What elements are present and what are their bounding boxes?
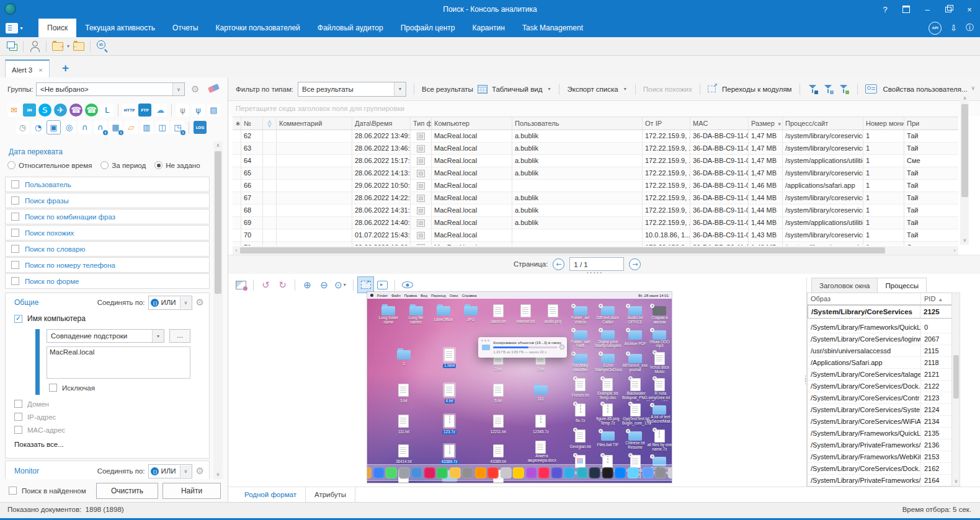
filter-section-collapsed[interactable]: Пользователь <box>5 177 210 192</box>
col-header-mac[interactable]: MAC <box>690 117 749 130</box>
table-row[interactable]: 68 28.06.2022 14:31:12 MacReal.local a.b… <box>233 205 958 217</box>
checkbox[interactable] <box>14 413 22 421</box>
filter-section-collapsed[interactable]: Поиск фразы <box>5 193 210 208</box>
chevron-down-icon[interactable]: ∨ <box>180 297 192 309</box>
date-radio-option[interactable]: Не задано <box>154 161 200 169</box>
help-button[interactable]: ? <box>875 0 896 19</box>
exclude-checkbox[interactable] <box>49 384 57 392</box>
checkbox[interactable] <box>14 400 22 408</box>
scrollbar-thumb[interactable] <box>961 104 968 197</box>
table-row[interactable]: 66 29.06.2022 10:50:49 MacReal.local 172… <box>233 180 958 192</box>
ftp-icon[interactable]: FTP <box>138 104 151 117</box>
section-settings-gear-icon[interactable]: ⚙ <box>196 297 204 308</box>
document-tab[interactable]: Alert 3 × <box>5 59 50 79</box>
zoom-out-button[interactable]: ⊖ <box>316 277 332 293</box>
filter-section-collapsed[interactable]: Поиск по комбинации фраз <box>5 209 210 224</box>
col-header-datetime[interactable]: Дата\Время <box>352 117 411 130</box>
filter-field-row[interactable]: Домен <box>14 400 65 408</box>
user-properties-button[interactable]: Свойства пользователя... <box>883 86 968 93</box>
filter-field-row[interactable]: MAC-адрес <box>14 426 65 434</box>
search-in-found-checkbox[interactable] <box>9 487 17 495</box>
restore-button[interactable] <box>938 0 959 19</box>
process-row[interactable]: /System/Library/CoreServices/talage 2121 <box>808 369 953 381</box>
whatsapp-icon[interactable]: ☎ <box>85 104 98 117</box>
zoom-level-button[interactable]: ⊙▾ <box>333 277 349 293</box>
mail-icon[interactable]: ✉ <box>7 104 20 117</box>
process-row[interactable]: /System/Library/CoreServices/Dock.. 2122 <box>808 381 953 392</box>
type-filter-select[interactable]: Все результаты ▾ <box>298 82 406 97</box>
search-by-id-button[interactable] <box>94 38 110 55</box>
scroll-down-icon[interactable]: ∨ <box>951 477 961 486</box>
table-row[interactable]: 65 28.06.2022 14:13:12 MacReal.local a.b… <box>233 167 958 180</box>
clear-filters-eraser-icon[interactable] <box>208 84 220 93</box>
chevron-down-icon[interactable]: ▾ <box>624 86 626 92</box>
scroll-left-icon[interactable]: ‹ <box>233 246 240 255</box>
microphone-icon[interactable]: ∩ <box>78 121 91 134</box>
chevron-down-icon[interactable]: ▾ <box>394 82 406 96</box>
process-row[interactable]: /System/Library/Frameworks/QuickLo 2135 <box>808 428 953 439</box>
match-mode-select[interactable]: Совпадение подстроки ▾ <box>47 329 164 343</box>
usb-search-icon[interactable]: ψ <box>192 104 205 117</box>
process-row[interactable]: /System/Library/CoreServices/loginw 2067 <box>808 333 953 345</box>
date-radio-option[interactable]: Относительное время <box>7 161 92 169</box>
ribbon-tab[interactable]: Профайл центр <box>392 19 464 37</box>
close-tab-icon[interactable]: × <box>38 66 42 74</box>
scroll-up-icon[interactable]: ∧ <box>213 141 223 150</box>
preview-format-tab[interactable]: Атрибуты <box>306 487 355 502</box>
table-row[interactable]: 69 28.06.2022 14:40:12 MacReal.local a.b… <box>233 217 958 229</box>
chevron-down-icon[interactable]: ▾ <box>548 86 550 92</box>
checkbox[interactable] <box>11 229 19 237</box>
filter-section-collapsed[interactable]: Поиск по номеру телефона <box>5 257 210 273</box>
computer-name-checkbox[interactable] <box>14 315 22 323</box>
im-icon[interactable]: IM <box>23 104 36 117</box>
ribbon-tab[interactable]: Карантин <box>463 19 513 37</box>
checkbox[interactable] <box>11 261 19 269</box>
previous-page-button[interactable]: ← <box>553 258 564 270</box>
toolbar-overflow-icon[interactable]: ∨ <box>971 85 975 91</box>
ribbon-tab[interactable]: Текущая активность <box>76 19 164 37</box>
col-header-filetype[interactable]: Тип фа <box>411 117 432 130</box>
col-header-tag[interactable]: ◊ <box>263 117 277 130</box>
table-row[interactable]: 62 28.06.2022 13:49:12 MacReal.local a.b… <box>233 130 958 143</box>
table-horizontal-scrollbar[interactable]: ‹ › <box>233 246 958 255</box>
viber-icon[interactable]: ☎ <box>69 104 82 117</box>
page-input[interactable]: 1 / 1 <box>569 257 624 271</box>
next-page-button[interactable]: → <box>629 258 641 270</box>
table-row[interactable]: 71 29.06.2022 10:36:14 MacReal.local 172… <box>233 242 958 245</box>
join-by-select[interactable]: ( ) ИЛИ ∨ <box>148 464 192 478</box>
col-header-size[interactable]: Размер▼ <box>749 117 783 130</box>
col-header-number[interactable]: № <box>241 117 263 130</box>
col-header-user[interactable]: Пользователь <box>512 117 643 130</box>
checkbox[interactable] <box>11 277 19 285</box>
process-row[interactable]: /usr/sbin/universalaccessd 2115 <box>808 345 953 357</box>
process-scrollbar[interactable]: ∨ <box>951 293 960 487</box>
log-icon[interactable]: LOG <box>194 121 207 134</box>
scroll-up-icon[interactable]: ∧ <box>960 94 969 103</box>
file-operations-icon[interactable]: ▱ <box>125 121 138 134</box>
close-button[interactable]: × <box>959 0 980 19</box>
process-row[interactable]: /System/Library/CoreServices/Dock.. 2162 <box>808 463 953 475</box>
computer-name-input[interactable]: MacReal.local <box>47 346 190 379</box>
preview-format-tab[interactable]: Родной формат <box>236 487 306 502</box>
checkbox[interactable] <box>11 213 19 221</box>
filter-by-user-icon[interactable] <box>808 84 818 94</box>
chevron-down-icon[interactable]: ▾ <box>67 43 69 49</box>
audio-info-icon[interactable]: ∩ <box>94 121 107 134</box>
scroll-down-icon[interactable]: ∨ <box>213 470 223 479</box>
process-row[interactable]: /System/Library/Frameworks/QuickLo 0 <box>808 322 953 333</box>
process-row[interactable]: /System/Library/PrivateFrameworks/ 2136 <box>808 439 953 451</box>
deploy-icon[interactable]: ⇩ <box>950 24 957 33</box>
section-settings-gear-icon[interactable]: ⚙ <box>196 465 204 477</box>
table-vertical-scrollbar[interactable]: ∧ ∨ <box>960 94 969 245</box>
apps-info-icon[interactable]: ◳ <box>171 121 184 134</box>
filter-section-collapsed[interactable]: Поиск по форме <box>5 273 210 289</box>
filter-section-collapsed[interactable]: Поиск похожих <box>5 225 210 240</box>
table-row[interactable]: 67 28.06.2022 14:22:12 MacReal.local a.b… <box>233 192 958 205</box>
scrollbar-thumb[interactable] <box>240 247 885 253</box>
lync-icon[interactable]: L <box>100 104 114 117</box>
more-values-button[interactable]: ... <box>169 329 190 343</box>
cascade-windows-button[interactable] <box>4 38 20 55</box>
col-header-image[interactable]: Образ <box>808 293 921 304</box>
table-row[interactable]: 63 28.06.2022 13:46:12 MacReal.local a.b… <box>233 143 958 155</box>
col-header-computer[interactable]: Компьютер <box>432 117 512 130</box>
